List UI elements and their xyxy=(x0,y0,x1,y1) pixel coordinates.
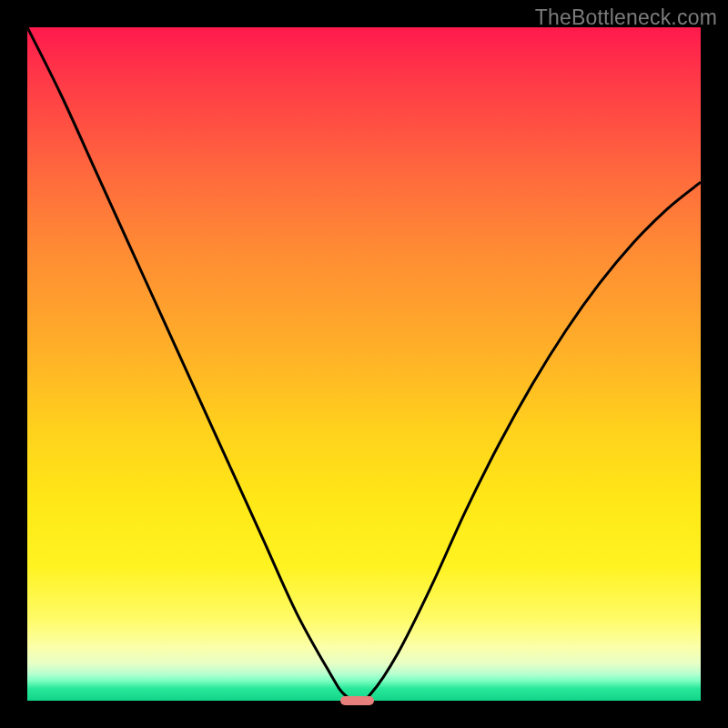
bottleneck-curve xyxy=(27,27,701,701)
optimal-region-marker xyxy=(340,696,374,705)
plot-area xyxy=(27,27,701,701)
watermark-text: TheBottleneck.com xyxy=(535,5,717,30)
curve-path xyxy=(27,27,701,701)
